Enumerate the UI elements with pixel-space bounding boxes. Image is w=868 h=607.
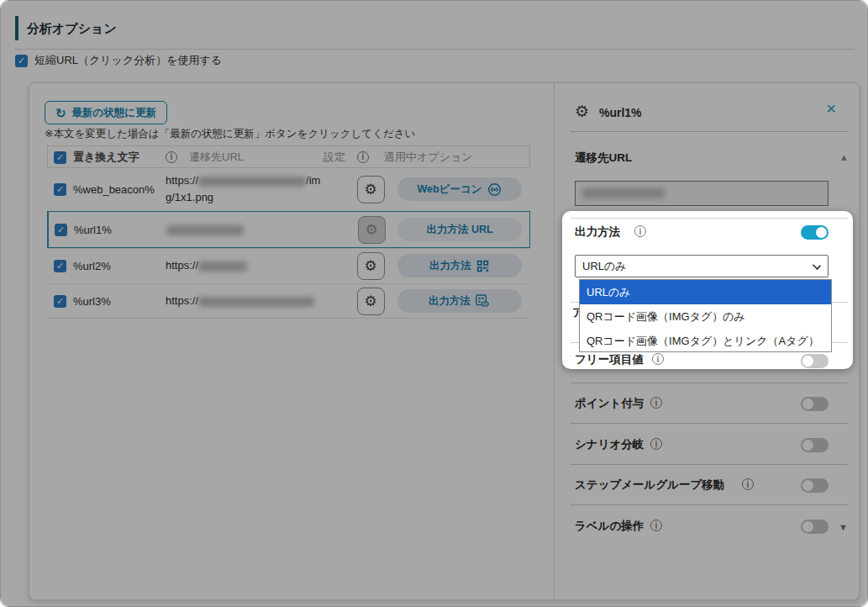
output-method-select[interactable]: URLのみ xyxy=(575,255,829,277)
info-icon[interactable]: i xyxy=(634,225,646,237)
dropdown-option-url-only[interactable]: URLのみ xyxy=(580,280,831,304)
select-value: URLのみ xyxy=(582,259,627,274)
chevron-down-icon xyxy=(813,261,821,270)
analysis-options-page: 分析オプション ✓ 短縮URL（クリック分析）を使用する ↻ 最新の状態に更新 … xyxy=(0,0,868,607)
output-method-toggle[interactable] xyxy=(801,225,829,240)
divider xyxy=(571,218,848,219)
output-method-dropdown: URLのみ QRコード画像（IMGタグ）のみ QRコード画像（IMGタグ）とリン… xyxy=(579,279,832,352)
dropdown-option-qr-only[interactable]: QRコード画像（IMGタグ）のみ xyxy=(580,304,831,329)
info-icon[interactable]: i xyxy=(652,353,664,365)
free-item-toggle[interactable] xyxy=(801,354,829,368)
free-item-section-label: フリー項目値 xyxy=(575,352,644,367)
output-method-label: 出力方法 xyxy=(575,224,620,240)
dropdown-option-qr-and-link[interactable]: QRコード画像（IMGタグ）とリンク（Aタグ） xyxy=(580,329,831,353)
